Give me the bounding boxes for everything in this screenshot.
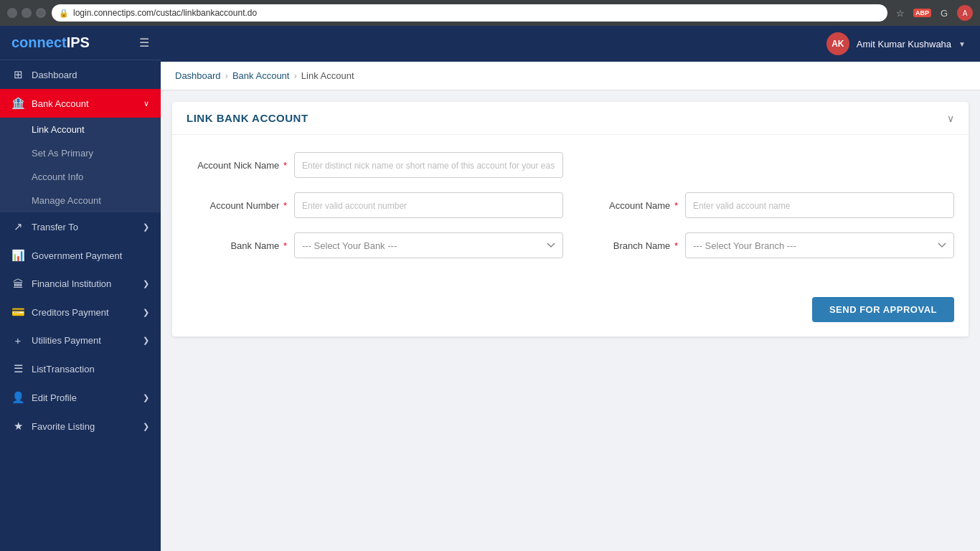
star-button[interactable]: ☆ — [893, 6, 908, 20]
address-bar[interactable]: 🔒 login.connectips.com/custac/linkbankac… — [52, 4, 887, 22]
form-area: Account Nick Name * Account Number — [172, 135, 969, 290]
logo: connectIPS — [11, 34, 90, 51]
sidebar-item-government-payment[interactable]: 📊 Government Payment — [0, 241, 161, 270]
favorite-icon: ★ — [11, 420, 24, 433]
browser-user-avatar[interactable]: A — [957, 5, 973, 21]
breadcrumb: Dashboard › Bank Account › Link Account — [161, 62, 980, 90]
account-name-group: Account Name * — [578, 192, 954, 218]
list-icon: ☰ — [11, 362, 24, 375]
sidebar-label-list-transaction: ListTransaction — [32, 364, 95, 375]
sidebar-item-dashboard[interactable]: ⊞ Dashboard — [0, 60, 161, 89]
user-dropdown-arrow[interactable]: ▼ — [958, 40, 966, 48]
branch-name-select[interactable]: --- Select Your Branch --- — [685, 232, 954, 258]
lock-icon: 🔒 — [59, 9, 69, 18]
sidebar-item-account-info[interactable]: Account Info — [0, 165, 161, 189]
financial-icon: 🏛 — [11, 278, 24, 290]
logo-area: connectIPS ☰ — [0, 26, 161, 60]
app-container: connectIPS ☰ ⊞ Dashboard 🏦 Bank Account … — [0, 26, 980, 551]
account-name-input[interactable] — [685, 192, 954, 218]
sidebar-nav: ⊞ Dashboard 🏦 Bank Account ∨ Link Accoun… — [0, 60, 161, 551]
branch-name-group: Branch Name * --- Select Your Branch --- — [578, 232, 954, 258]
manage-account-label: Manage Account — [32, 195, 101, 206]
utilities-chevron-icon: ❯ — [143, 336, 149, 345]
sidebar-label-utilities-payment: Utilities Payment — [32, 335, 101, 346]
sidebar: connectIPS ☰ ⊞ Dashboard 🏦 Bank Account … — [0, 26, 161, 551]
link-account-label: Link Account — [32, 124, 85, 135]
creditors-chevron-icon: ❯ — [143, 308, 149, 317]
logo-connect: connect — [11, 34, 67, 50]
account-number-input[interactable] — [294, 192, 563, 218]
breadcrumb-sep-2: › — [293, 70, 296, 81]
user-avatar: AK — [826, 32, 849, 55]
main-content: AK Amit Kumar Kushwaha ▼ Dashboard › Ban… — [161, 26, 980, 551]
browser-actions: ☆ ABP G A — [893, 5, 973, 21]
sidebar-item-list-transaction[interactable]: ☰ ListTransaction — [0, 354, 161, 383]
adp-badge: ABP — [913, 9, 931, 17]
bank-name-label: Bank Name * — [187, 240, 287, 251]
browser-chrome: ← → ↻ 🔒 login.connectips.com/custac/link… — [0, 0, 980, 26]
sidebar-label-transfer-to: Transfer To — [32, 222, 78, 232]
account-number-group: Account Number * — [187, 192, 563, 218]
creditors-icon: 💳 — [11, 306, 24, 319]
financial-chevron-icon: ❯ — [143, 279, 149, 288]
breadcrumb-bank-account[interactable]: Bank Account — [232, 70, 290, 81]
logo-ips: IPS — [67, 34, 90, 50]
breadcrumb-link-account: Link Account — [301, 70, 354, 81]
account-number-required: * — [283, 200, 287, 211]
account-info-label: Account Info — [32, 171, 83, 182]
collapse-button[interactable]: ∨ — [947, 113, 954, 124]
account-name-label: Account Name * — [578, 200, 678, 211]
sidebar-label-creditors-payment: Creditors Payment — [32, 307, 109, 318]
sidebar-item-creditors-payment[interactable]: 💳 Creditors Payment ❯ — [0, 298, 161, 326]
sidebar-item-favorite-listing[interactable]: ★ Favorite Listing ❯ — [0, 412, 161, 441]
favorite-chevron-icon: ❯ — [143, 422, 149, 431]
url-text: login.connectips.com/custac/linkbankacco… — [73, 8, 257, 18]
breadcrumb-dashboard[interactable]: Dashboard — [175, 70, 221, 81]
content-area: Dashboard › Bank Account › Link Account … — [161, 62, 980, 551]
sidebar-label-government-payment: Government Payment — [32, 250, 122, 261]
set-as-primary-label: Set As Primary — [32, 148, 93, 159]
sidebar-item-set-as-primary[interactable]: Set As Primary — [0, 141, 161, 165]
sidebar-item-edit-profile[interactable]: 👤 Edit Profile ❯ — [0, 383, 161, 412]
dashboard-icon: ⊞ — [11, 68, 24, 81]
translate-button[interactable]: G — [937, 6, 951, 20]
bank-account-submenu: Link Account Set As Primary Account Info… — [0, 118, 161, 212]
forward-button[interactable]: → — [22, 8, 32, 18]
bank-branch-row: Bank Name * --- Select Your Bank --- Bra… — [187, 232, 954, 258]
breadcrumb-sep-1: › — [225, 70, 228, 81]
sidebar-item-financial-institution[interactable]: 🏛 Financial Institution ❯ — [0, 270, 161, 298]
account-number-label: Account Number * — [187, 200, 287, 211]
top-header: AK Amit Kumar Kushwaha ▼ — [161, 26, 980, 62]
sidebar-item-manage-account[interactable]: Manage Account — [0, 189, 161, 212]
send-for-approval-button[interactable]: SEND FOR APPROVAL — [812, 297, 954, 322]
nick-name-row: Account Nick Name * — [187, 152, 954, 178]
sidebar-label-bank-account: Bank Account — [32, 98, 89, 109]
back-button[interactable]: ← — [7, 8, 17, 18]
page-title: LINK BANK ACCOUNT — [187, 112, 308, 124]
hamburger-icon[interactable]: ☰ — [139, 36, 149, 50]
account-name-required: * — [674, 200, 678, 211]
nick-name-input[interactable] — [294, 152, 563, 178]
sidebar-item-utilities-payment[interactable]: + Utilities Payment ❯ — [0, 326, 161, 354]
branch-name-label: Branch Name * — [578, 240, 678, 251]
government-icon: 📊 — [11, 249, 24, 262]
nick-name-label: Account Nick Name * — [187, 160, 287, 171]
edit-profile-icon: 👤 — [11, 391, 24, 404]
sidebar-label-favorite-listing: Favorite Listing — [32, 421, 95, 432]
nick-name-group: Account Nick Name * — [187, 152, 563, 178]
refresh-button[interactable]: ↻ — [36, 8, 46, 18]
sidebar-item-transfer-to[interactable]: ↗ Transfer To ❯ — [0, 212, 161, 241]
bank-name-select[interactable]: --- Select Your Bank --- — [294, 232, 563, 258]
account-number-name-row: Account Number * Account Name * — [187, 192, 954, 218]
sidebar-label-financial-institution: Financial Institution — [32, 278, 111, 289]
user-name: Amit Kumar Kushwaha — [857, 39, 951, 50]
browser-controls[interactable]: ← → ↻ — [7, 8, 46, 18]
sidebar-item-link-account[interactable]: Link Account — [0, 118, 161, 141]
sidebar-item-bank-account[interactable]: 🏦 Bank Account ∨ — [0, 89, 161, 118]
bank-name-required: * — [283, 240, 287, 251]
utilities-icon: + — [11, 334, 24, 347]
sidebar-label-edit-profile: Edit Profile — [32, 392, 77, 403]
nick-name-required: * — [283, 160, 287, 171]
transfer-chevron-icon: ❯ — [143, 222, 149, 232]
branch-name-required: * — [674, 240, 678, 251]
